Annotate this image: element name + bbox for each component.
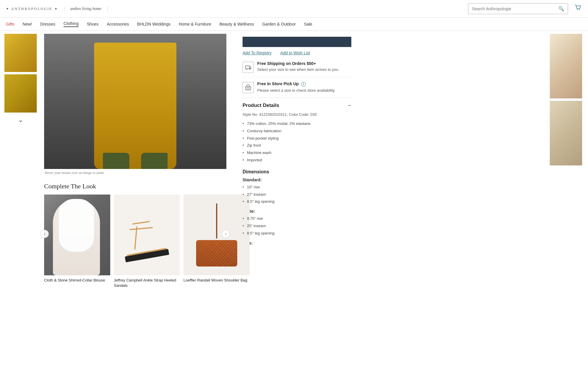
cart-icon[interactable] [574, 4, 582, 14]
search-box[interactable]: 🔍 [468, 3, 568, 14]
search-icon[interactable]: 🔍 [558, 6, 564, 11]
nav-item-home[interactable]: Home & Furniture [179, 22, 211, 26]
detail-item-3: •Zip front [243, 142, 351, 149]
dimensions-section: Dimensions Standard: •10" rise •27" inse… [243, 169, 351, 245]
logo-main[interactable]: ✦ ANTHROPOLOGIE ✦ [6, 6, 64, 11]
svg-point-4 [250, 69, 250, 70]
free-shipping-label: Free Shipping on Orders $50+ [257, 61, 339, 66]
pickup-row: Free In Store Pick Up i Please select a … [243, 81, 351, 93]
plus-group: Plus: [243, 241, 351, 245]
look-item-bag[interactable]: Loeffler Randall Woven Shoulder Bag [183, 195, 250, 283]
thumbnail-chevron-down[interactable]: ⌄ [17, 115, 24, 125]
carousel-btn-left[interactable]: ‹ [41, 230, 49, 238]
detail-list: •73% cotton, 25% modal, 2% elastane •Cor… [243, 120, 351, 164]
petite-item-1: •25" inseam [243, 222, 351, 230]
look-item-sandals-img [114, 195, 180, 275]
look-item-blouse-name: Cloth & Stone Shirred-Collar Blouse [44, 278, 110, 283]
thumbnail-1[interactable] [4, 34, 37, 72]
look-item-sandals[interactable]: Jeffrey Campbell Ankle Strap Heeled Sand… [114, 195, 180, 288]
right-floating-images [547, 31, 588, 168]
nav-item-new[interactable]: New! [23, 22, 32, 26]
svg-point-0 [577, 9, 578, 10]
details-collapse-icon[interactable]: − [348, 102, 351, 109]
nav: Gifts New! Dresses Clothing Shoes Access… [0, 18, 588, 31]
nav-item-accessories[interactable]: Accessories [107, 22, 129, 26]
add-links-row: Add To Registry Add to Wish List [243, 51, 351, 55]
complete-look-heading: Complete The Look [44, 182, 226, 190]
look-item-blouse[interactable]: Cloth & Stone Shirred-Collar Blouse [44, 195, 110, 283]
carousel-btn-right[interactable]: › [222, 230, 230, 238]
petite-label: Petite: [243, 209, 351, 214]
pickup-desc: Please select a size to check store avai… [257, 88, 335, 93]
pickup-icon [243, 82, 254, 93]
plus-label: Plus: [243, 241, 351, 245]
add-buttons-bar [243, 37, 351, 47]
nav-item-shoes[interactable]: Shoes [87, 22, 98, 26]
detail-item-2: •Five-pocket styling [243, 135, 351, 142]
look-item-blouse-img [44, 195, 110, 275]
add-to-registry-link[interactable]: Add To Registry [243, 51, 272, 55]
free-shipping-text: Free Shipping on Orders $50+ Select your… [257, 61, 339, 73]
free-shipping-row: Free Shipping on Orders $50+ Select your… [243, 61, 351, 77]
svg-rect-2 [245, 66, 250, 69]
thumbnail-strip: ⌄ [0, 31, 41, 288]
pickup-text: Free In Store Pick Up i Please select a … [257, 81, 335, 93]
look-item-sandals-name: Jeffrey Campbell Ankle Strap Heeled Sand… [114, 278, 180, 288]
standard-group: Standard: •10" rise •27" inseam •8.5" le… [243, 177, 351, 205]
float-image-2[interactable] [550, 101, 582, 165]
nav-item-sale[interactable]: Sale [304, 22, 312, 26]
nav-item-beauty[interactable]: Beauty & Wellness [219, 22, 254, 26]
search-input[interactable] [472, 6, 558, 11]
look-item-bag-img [183, 195, 250, 275]
petite-item-0: •9.75" rise [243, 215, 351, 222]
look-item-bag-name: Loeffler Randall Woven Shoulder Bag [183, 278, 250, 283]
pickup-info-icon[interactable]: i [301, 82, 306, 87]
add-to-wishlist-link[interactable]: Add to Wish List [280, 51, 310, 55]
zoom-hint: Hover your mouse over an image to zoom. [45, 171, 226, 175]
main-content: ⌄ Hover your mouse over an image to zoom… [0, 31, 588, 288]
pickup-label: Free In Store Pick Up i [257, 81, 335, 87]
standard-item-1: •27" inseam [243, 191, 351, 198]
main-product-image[interactable] [44, 34, 226, 169]
style-number: Style No. 4122382010311; Color Code: 035 [243, 112, 351, 117]
thumbnail-2[interactable] [4, 74, 37, 113]
petite-item-2: •8.5" leg opening [243, 230, 351, 237]
nav-item-garden[interactable]: Garden & Outdoor [262, 22, 296, 26]
pickup-label-text: Free In Store Pick Up [257, 81, 299, 86]
svg-rect-6 [247, 88, 249, 89]
detail-item-0: •73% cotton, 25% modal, 2% elastane [243, 120, 351, 128]
header: ✦ ANTHROPOLOGIE ✦ anthro living home 🔍 [0, 0, 588, 18]
nav-item-bhldn[interactable]: BHLDN Weddings [137, 22, 171, 26]
detail-item-1: •Corduroy fabrication [243, 128, 351, 135]
standard-item-0: •10" rise [243, 184, 351, 191]
details-heading: Product Details [243, 103, 279, 108]
complete-the-look: Complete The Look ‹ Cloth & Stone Shirre… [44, 182, 226, 288]
main-image-container: Hover your mouse over an image to zoom. … [41, 31, 229, 288]
nav-item-dresses[interactable]: Dresses [40, 22, 55, 26]
product-details-section: Product Details − Style No. 412238201031… [243, 102, 351, 164]
shipping-icon [243, 62, 254, 73]
standard-label: Standard: [243, 177, 351, 182]
svg-point-3 [246, 69, 247, 70]
right-panel: Add To Registry Add to Wish List Free Sh… [235, 31, 359, 288]
header-search: 🔍 [468, 3, 582, 14]
logo-main-text: ✦ ANTHROPOLOGIE ✦ [6, 7, 58, 11]
svg-rect-5 [245, 87, 251, 90]
petite-list: •9.75" rise •25" inseam •8.5" leg openin… [243, 215, 351, 237]
nav-item-clothing[interactable]: Clothing [64, 21, 78, 27]
nav-item-gifts[interactable]: Gifts [6, 22, 14, 26]
standard-list: •10" rise •27" inseam •8.5" leg opening [243, 184, 351, 205]
free-shipping-desc: Select your size to see when item arrive… [257, 67, 339, 73]
dimensions-heading: Dimensions [243, 169, 351, 175]
svg-point-1 [579, 9, 580, 10]
logo-secondary[interactable]: anthro living home [64, 6, 108, 11]
petite-group: Petite: •9.75" rise •25" inseam •8.5" le… [243, 209, 351, 237]
float-image-1[interactable] [550, 34, 582, 98]
logo-secondary-text: anthro living home [70, 6, 101, 11]
detail-item-4: •Machine wash [243, 149, 351, 157]
detail-item-5: •Imported [243, 157, 351, 164]
details-header-row: Product Details − [243, 102, 351, 109]
standard-item-2: •8.5" leg opening [243, 198, 351, 205]
look-items-row: ‹ Cloth & Stone Shirred-Collar Blouse [44, 195, 226, 288]
shipping-section: Free Shipping on Orders $50+ Select your… [243, 61, 351, 93]
